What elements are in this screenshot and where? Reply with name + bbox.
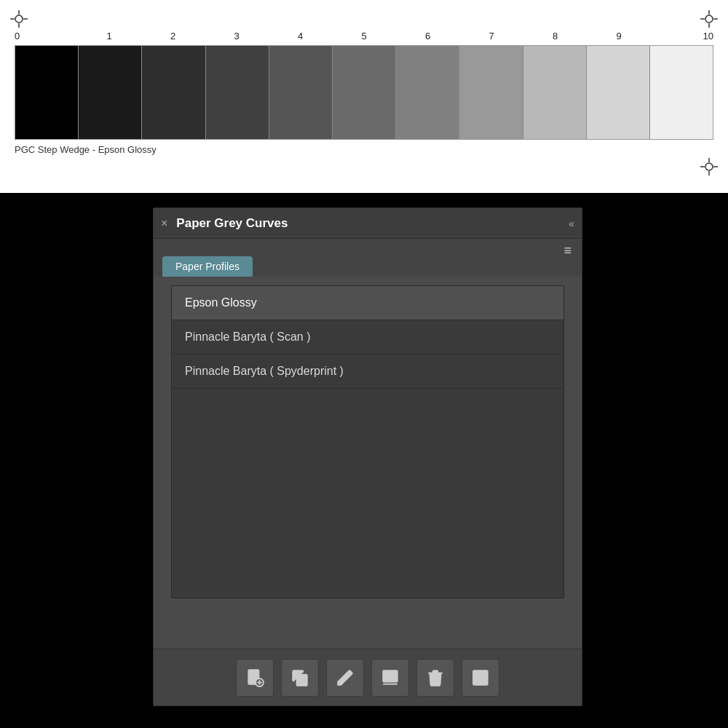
list-item[interactable]: Epson Glossy: [172, 286, 563, 320]
dialog-titlebar: × Paper Grey Curves «: [154, 208, 582, 239]
collapse-button[interactable]: «: [569, 218, 574, 229]
top-area: 012345678910 PGC Step Wedge - Epson Glos…: [0, 0, 728, 193]
swatch: [396, 46, 459, 139]
ruler-label: 2: [142, 31, 204, 41]
crosshair-top-right: [699, 9, 719, 29]
swatch: [523, 46, 587, 139]
panel-body: Epson GlossyPinnacle Baryta ( Scan )Pinn…: [154, 277, 582, 607]
ruler-label: 4: [269, 31, 331, 41]
toolbar: [154, 649, 582, 705]
swatch: [142, 46, 205, 139]
dialog: × Paper Grey Curves « Paper Profiles ≡ E…: [153, 207, 582, 706]
import-button[interactable]: [371, 659, 409, 697]
swatch: [206, 46, 269, 139]
tab-paper-profiles[interactable]: Paper Profiles: [162, 256, 253, 277]
swatch: [79, 46, 142, 139]
list-item[interactable]: Pinnacle Baryta ( Spyderprint ): [172, 355, 563, 389]
ruler-label: 3: [206, 31, 268, 41]
ruler-label: 0: [15, 31, 76, 41]
edit-button[interactable]: [326, 659, 364, 697]
caption: PGC Step Wedge - Epson Glossy: [15, 144, 157, 155]
menu-button[interactable]: ≡: [563, 243, 571, 258]
list-item[interactable]: Pinnacle Baryta ( Scan ): [172, 320, 563, 355]
svg-point-0: [15, 15, 23, 23]
new-profile-button[interactable]: [236, 659, 274, 697]
swatch: [333, 46, 396, 139]
swatch: [587, 46, 650, 139]
svg-point-28: [475, 678, 477, 681]
swatch: [15, 46, 79, 139]
ruler-label: 10: [652, 31, 713, 41]
chart-button[interactable]: [462, 659, 499, 697]
swatch: [269, 46, 333, 139]
close-button[interactable]: ×: [161, 218, 167, 229]
svg-point-32: [485, 676, 487, 678]
ruler-row: 012345678910: [15, 31, 713, 41]
swatch: [650, 46, 713, 139]
svg-point-30: [480, 677, 482, 679]
duplicate-button[interactable]: [281, 659, 319, 697]
crosshair-middle-right: [699, 157, 719, 177]
step-wedge: [15, 45, 713, 140]
tabs-area: Paper Profiles: [154, 239, 582, 277]
svg-point-29: [477, 675, 479, 677]
delete-button[interactable]: [416, 659, 454, 697]
ruler-label: 6: [397, 31, 459, 41]
ruler-label: 1: [79, 31, 141, 41]
svg-point-10: [705, 163, 713, 170]
dialog-title: Paper Grey Curves: [173, 216, 569, 231]
svg-point-31: [482, 673, 484, 675]
ruler-label: 8: [524, 31, 586, 41]
svg-point-5: [705, 15, 713, 23]
ruler-label: 5: [333, 31, 395, 41]
crosshair-top-left: [9, 9, 29, 29]
ruler-label: 9: [588, 31, 650, 41]
swatch: [459, 46, 523, 139]
ruler-label: 7: [461, 31, 523, 41]
profile-list[interactable]: Epson GlossyPinnacle Baryta ( Scan )Pinn…: [171, 285, 564, 598]
